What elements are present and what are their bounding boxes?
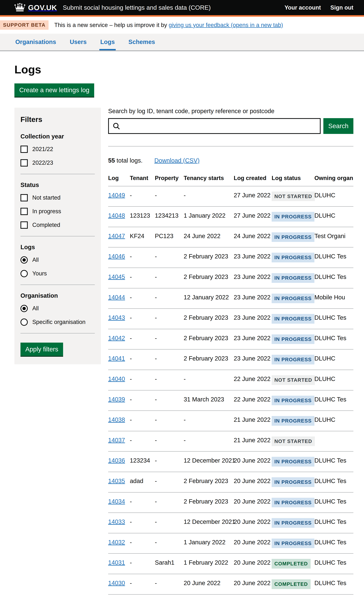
owning-organisation-cell: DLUHC Tes bbox=[314, 533, 353, 551]
main-content: Logs Create a new lettings log Filters C… bbox=[0, 51, 364, 603]
tenancy-starts-cell: 1 January 2022 bbox=[184, 207, 234, 224]
tenant-cell: - bbox=[130, 268, 155, 286]
log-created-cell: 23 June 2022 bbox=[234, 349, 272, 367]
owning-organisation-cell: DLUHC Tes bbox=[314, 472, 353, 490]
log-status-cell: IN PROGRESS bbox=[272, 349, 314, 370]
property-cell: - bbox=[155, 574, 184, 592]
radio-label: Yours bbox=[32, 270, 47, 277]
results-divider bbox=[108, 146, 353, 147]
table-row: 14033--12 December 202120 June 2022IN PR… bbox=[108, 513, 353, 533]
radio-control[interactable] bbox=[21, 256, 28, 264]
filter-group-label: Collection year bbox=[21, 133, 95, 140]
nav-tab-users[interactable]: Users bbox=[69, 38, 87, 50]
log-status-cell: COMPLETED bbox=[272, 574, 314, 594]
log-id-link[interactable]: 14032 bbox=[108, 533, 130, 551]
status-tag: IN PROGRESS bbox=[272, 396, 314, 406]
search-input[interactable] bbox=[108, 118, 321, 134]
filters-divider bbox=[21, 285, 95, 285]
radio-label: All bbox=[32, 305, 39, 312]
log-created-cell: 21 June 2022 bbox=[234, 431, 272, 449]
filter-group-label: Logs bbox=[21, 244, 95, 251]
log-id-link[interactable]: 14030 bbox=[108, 574, 130, 592]
status-tag: IN PROGRESS bbox=[272, 457, 314, 466]
log-created-cell: 20 June 2022 bbox=[234, 554, 272, 571]
log-id-link[interactable]: 14034 bbox=[108, 493, 130, 510]
radio-organisation-specific[interactable]: Specific organisation bbox=[21, 318, 95, 326]
radio-control[interactable] bbox=[21, 305, 28, 312]
download-csv-link[interactable]: Download (CSV) bbox=[154, 157, 200, 164]
tenancy-starts-cell: 2 February 2023 bbox=[184, 493, 234, 510]
phase-banner: SUPPORT BETA This is a new service – hel… bbox=[0, 17, 364, 34]
log-status-cell: NOT STARTED bbox=[272, 431, 314, 451]
nav-tab-logs[interactable]: Logs bbox=[99, 38, 116, 50]
log-id-link[interactable]: 14037 bbox=[108, 431, 130, 449]
checkbox-box[interactable] bbox=[21, 221, 28, 229]
total-logs-count: 55 bbox=[108, 157, 115, 164]
checkbox-2021-22[interactable]: 2021/22 bbox=[21, 146, 95, 153]
property-cell: - bbox=[155, 329, 184, 347]
log-id-link[interactable]: 14049 bbox=[108, 186, 130, 204]
radio-logs-all[interactable]: All bbox=[21, 256, 95, 264]
log-id-link[interactable]: 14035 bbox=[108, 472, 130, 490]
tenancy-starts-cell: 24 June 2022 bbox=[184, 227, 234, 245]
status-tag: NOT STARTED bbox=[272, 437, 315, 446]
tenancy-starts-cell: - bbox=[184, 411, 234, 429]
log-id-link[interactable]: 14041 bbox=[108, 349, 130, 367]
log-id-link[interactable]: 14044 bbox=[108, 289, 130, 306]
tenant-cell: - bbox=[130, 289, 155, 306]
column-header-tenant: Tenant bbox=[130, 173, 155, 186]
create-lettings-log-button[interactable]: Create a new lettings log bbox=[14, 83, 94, 97]
log-id-link[interactable]: 14033 bbox=[108, 513, 130, 531]
checkbox-box[interactable] bbox=[21, 208, 28, 215]
log-id-link[interactable]: 14042 bbox=[108, 329, 130, 347]
log-id-link[interactable]: 14040 bbox=[108, 370, 130, 388]
checkbox-not-started[interactable]: Not started bbox=[21, 194, 95, 201]
log-id-link[interactable]: 14045 bbox=[108, 268, 130, 286]
radio-organisation-all[interactable]: All bbox=[21, 305, 95, 312]
sign-out-link[interactable]: Sign out bbox=[330, 4, 353, 11]
log-id-link[interactable]: 14036 bbox=[108, 452, 130, 469]
log-id-link[interactable]: 14031 bbox=[108, 554, 130, 571]
apply-filters-button[interactable]: Apply filters bbox=[21, 343, 63, 356]
log-id-link[interactable]: 14043 bbox=[108, 309, 130, 326]
log-created-cell: 21 June 2022 bbox=[234, 411, 272, 429]
checkbox-label: Not started bbox=[32, 194, 60, 201]
radio-control[interactable] bbox=[21, 270, 28, 277]
feedback-link[interactable]: giving us your feedback (opens in a new … bbox=[169, 22, 283, 28]
log-created-cell: 27 June 2022 bbox=[234, 186, 272, 204]
logs-table: Log Tenant Property Tenancy starts Log c… bbox=[108, 173, 353, 595]
search-button[interactable]: Search bbox=[323, 118, 353, 134]
property-cell: - bbox=[155, 513, 184, 531]
checkbox-label: 2022/23 bbox=[32, 160, 53, 166]
filter-group-collection-year: Collection year 2021/22 2022/23 bbox=[21, 133, 95, 166]
radio-logs-yours[interactable]: Yours bbox=[21, 270, 95, 277]
owning-organisation-cell: DLUHC Tes bbox=[314, 309, 353, 326]
radio-control[interactable] bbox=[21, 318, 28, 326]
owning-organisation-cell: DLUHC Tes bbox=[314, 513, 353, 531]
status-tag: IN PROGRESS bbox=[272, 477, 314, 487]
log-id-link[interactable]: 14046 bbox=[108, 247, 130, 265]
log-created-cell: 23 June 2022 bbox=[234, 329, 272, 347]
page-title: Logs bbox=[14, 64, 353, 76]
log-id-link[interactable]: 14039 bbox=[108, 391, 130, 408]
log-id-link[interactable]: 14048 bbox=[108, 207, 130, 224]
service-name[interactable]: Submit social housing lettings and sales… bbox=[63, 4, 211, 11]
log-id-link[interactable]: 14038 bbox=[108, 411, 130, 429]
checkbox-2022-23[interactable]: 2022/23 bbox=[21, 159, 95, 166]
log-id-link[interactable]: 14047 bbox=[108, 227, 130, 245]
your-account-link[interactable]: Your account bbox=[284, 4, 321, 11]
checkbox-box[interactable] bbox=[21, 146, 28, 153]
nav-tab-organisations[interactable]: Organisations bbox=[14, 38, 57, 50]
log-status-cell: NOT STARTED bbox=[272, 186, 314, 206]
checkbox-in-progress[interactable]: In progress bbox=[21, 208, 95, 215]
nav-tab-schemes[interactable]: Schemes bbox=[128, 38, 156, 50]
govuk-logo-link[interactable]: GOV.UK bbox=[14, 3, 57, 12]
column-header-log: Log bbox=[108, 173, 130, 186]
checkbox-completed[interactable]: Completed bbox=[21, 221, 95, 229]
log-created-cell: 20 June 2022 bbox=[234, 533, 272, 551]
property-cell: - bbox=[155, 411, 184, 429]
status-tag: IN PROGRESS bbox=[272, 334, 314, 344]
checkbox-box[interactable] bbox=[21, 194, 28, 201]
checkbox-box[interactable] bbox=[21, 159, 28, 166]
filters-title: Filters bbox=[21, 115, 95, 124]
